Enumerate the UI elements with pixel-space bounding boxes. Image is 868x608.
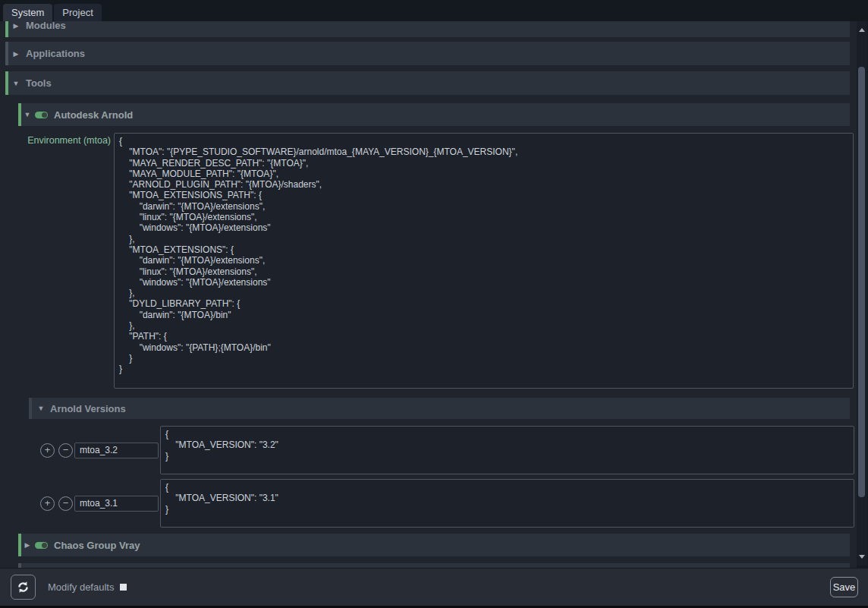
add-item-button[interactable]: + bbox=[40, 496, 55, 511]
section-title: Applications bbox=[26, 48, 85, 59]
tab-project[interactable]: Project bbox=[54, 4, 101, 21]
toggle-knob-icon bbox=[42, 543, 47, 548]
version-row: + − { "MTOA_VERSION": "3.2" } bbox=[40, 426, 857, 474]
chevron-down-icon: ▼ bbox=[23, 111, 32, 118]
tab-system[interactable]: System bbox=[3, 4, 52, 21]
chevron-right-icon: ▶ bbox=[11, 22, 20, 30]
vertical-scrollbar bbox=[857, 21, 867, 565]
modify-defaults-label: Modify defaults bbox=[48, 581, 114, 593]
add-item-button[interactable]: + bbox=[40, 443, 55, 458]
chevron-down-icon: ▼ bbox=[36, 405, 46, 412]
section-header-applications[interactable]: ▶ Applications bbox=[5, 42, 850, 65]
version-key-input[interactable] bbox=[74, 443, 159, 458]
chevron-right-icon: ▶ bbox=[11, 50, 20, 58]
remove-item-button[interactable]: − bbox=[58, 443, 73, 458]
enabled-toggle[interactable] bbox=[35, 542, 48, 549]
section-title: Tools bbox=[26, 77, 52, 89]
version-key-input[interactable] bbox=[74, 496, 159, 512]
section-header-arnold-versions[interactable]: ▼ Arnold Versions bbox=[29, 398, 850, 419]
section-header-tools[interactable]: ▼ Tools bbox=[5, 71, 850, 95]
section-header-autodesk-arnold[interactable]: ▼ Autodesk Arnold bbox=[18, 103, 850, 126]
settings-window: System Project ▶ Modules ▶ Applications … bbox=[0, 0, 868, 608]
tab-bar: System Project bbox=[0, 0, 868, 21]
section-title: Arnold Versions bbox=[50, 403, 126, 414]
settings-scroll-area: ▶ Modules ▶ Applications ▼ Tools ▼ Autod… bbox=[0, 21, 857, 568]
toggle-knob-icon bbox=[42, 112, 47, 118]
footer-bar: Modify defaults Save bbox=[0, 568, 868, 606]
section-header-chaos-group-vray[interactable]: ▶ Chaos Group Vray bbox=[18, 534, 850, 556]
section-header-modules[interactable]: ▶ Modules bbox=[5, 21, 850, 37]
environment-label: Environment (mtoa) bbox=[27, 133, 111, 389]
chevron-right-icon: ▶ bbox=[23, 541, 32, 549]
scroll-up-arrow-icon[interactable] bbox=[859, 28, 865, 32]
enabled-toggle[interactable] bbox=[35, 112, 48, 118]
save-button[interactable]: Save bbox=[830, 577, 858, 597]
remove-item-button[interactable]: − bbox=[58, 496, 73, 511]
version-row: + − { "MTOA_VERSION": "3.1" } bbox=[40, 479, 857, 528]
scrollbar-thumb[interactable] bbox=[858, 67, 865, 497]
chevron-down-icon: ▼ bbox=[11, 80, 20, 87]
section-title: Chaos Group Vray bbox=[54, 540, 140, 551]
environment-row: Environment (mtoa) { "MTOA": "{PYPE_STUD… bbox=[27, 133, 857, 389]
modify-defaults-checkbox[interactable] bbox=[120, 584, 127, 591]
refresh-icon bbox=[17, 581, 30, 594]
refresh-button[interactable] bbox=[11, 575, 36, 600]
version-json-field[interactable]: { "MTOA_VERSION": "3.1" } bbox=[160, 479, 854, 528]
version-json-field[interactable]: { "MTOA_VERSION": "3.2" } bbox=[160, 426, 854, 474]
environment-json-field[interactable]: { "MTOA": "{PYPE_STUDIO_SOFTWARE}/arnold… bbox=[114, 133, 854, 389]
section-title: Autodesk Arnold bbox=[54, 109, 133, 121]
section-title: Modules bbox=[26, 21, 66, 31]
scroll-down-arrow-icon[interactable] bbox=[859, 555, 865, 559]
